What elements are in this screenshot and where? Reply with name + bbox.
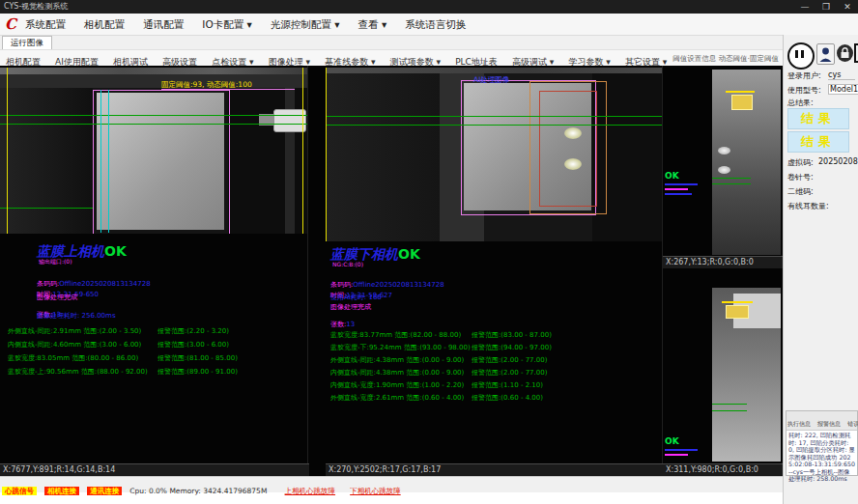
thumb2-info-bar-1	[665, 449, 698, 451]
lower-camera-heartbeat-alert: 下相机心跳故障	[350, 487, 401, 495]
pause-icon	[801, 50, 804, 58]
alarm-range: 报警范围:(2.20 - 3.20)	[157, 326, 229, 336]
log-tab-alarm[interactable]: 报警信息	[817, 420, 841, 427]
left-result-ok: OK	[104, 243, 127, 259]
measure-row: 内侧直线-间距:4.60mm 范围:(3.00 - 6.00)	[8, 340, 141, 350]
baseline-green-1	[0, 115, 307, 116]
measure-row: 蓝胶宽度:83.05mm 范围:(80.00 - 86.00)	[8, 353, 138, 363]
thumb1-image[interactable]	[712, 70, 781, 255]
menu-camera-config[interactable]: 相机配置	[84, 18, 125, 30]
thumb2-image[interactable]	[712, 288, 781, 462]
edge-yellow-line-right	[302, 68, 303, 234]
result-badge-upper: 结果	[787, 108, 849, 129]
measure-row: 蓝胶宽度-上:90.56mm 范围:(88.00 - 92.00)	[8, 367, 148, 377]
app-window: CYS-视觉检测系统 — ❐ ✕ C 系统配置 相机配置 通讯配置 IO卡配置 …	[0, 0, 858, 504]
thumb1-highlight-1	[718, 147, 730, 154]
menu-view[interactable]: 查看 ▾	[358, 18, 387, 30]
left-camera-image[interactable]: 固定阈值:93, 动态阈值:100	[0, 68, 307, 234]
model-label: 使用型号:	[787, 85, 821, 96]
measure-row: 内侧直线-间距:4.38mm 范围:(0.00 - 9.00)	[330, 368, 464, 378]
thumb1-info-bar-2	[665, 188, 688, 190]
maximize-icon[interactable]: ❐	[815, 0, 837, 14]
edge-yellow-line-left	[7, 68, 8, 234]
menu-system-config[interactable]: 系统配置	[25, 18, 66, 30]
thumb2-yellow-dash	[722, 301, 753, 303]
thumb2-info-bar-2	[665, 454, 688, 456]
baseline-green-1	[326, 116, 662, 117]
thumb1-pixel-coords: X:267,Y:13;R:0,G:0,B:0	[663, 256, 786, 268]
left-camera-view[interactable]: 固定阈值:93, 动态阈值:100 蓝膜上相机OK 输出端口:(0) 条码码:O…	[0, 66, 308, 476]
thumb1-yellow-dash	[726, 91, 755, 93]
exit-door-icon	[854, 42, 858, 64]
threshold-info-label: 阈值设置信息 动态阈值·固定阈值	[672, 50, 779, 67]
left-pixel-coords: X:7677,Y:891;R:14,G:14,B:14	[0, 463, 309, 476]
alarm-range: 报警范围:(2.00 - 77.00)	[472, 355, 547, 365]
thumb2-pixel-coords: X:311,Y:980;R:0,G:0,B:0	[663, 463, 786, 476]
menu-comm-config[interactable]: 通讯配置	[143, 18, 184, 30]
close-icon[interactable]: ✕	[837, 0, 858, 14]
menu-light-config[interactable]: 光源控制配置 ▾	[271, 18, 340, 30]
pause-icon	[795, 50, 798, 58]
measure-cyan-line-1	[100, 90, 101, 233]
thumb1-green-line-1	[712, 178, 751, 179]
thumb2-yellow-mark	[726, 305, 749, 319]
right-pixel-coords: X:270,Y:2502;R:17,G:17,B:17	[326, 463, 664, 476]
alarm-range: 报警范围:(89.00 - 91.00)	[157, 367, 238, 377]
connector-part	[273, 109, 306, 132]
right-camera-image[interactable]: AI处理图像	[326, 68, 662, 241]
thumb2-green-line-1	[712, 404, 747, 405]
measure-row: 蓝胶宽度-下:95.24mm 范围:(93.00 - 98.00)	[330, 343, 471, 352]
alarm-range: 报警范围:(3.00 - 6.00)	[157, 340, 229, 350]
machine-top-rail	[0, 68, 307, 74]
minimize-icon[interactable]: —	[794, 0, 815, 14]
pause-button[interactable]	[787, 42, 815, 70]
highlight-spot-2	[564, 158, 582, 170]
alarm-range: 报警范围:(2.00 - 77.00)	[472, 368, 547, 378]
result-badge-lower: 结果	[787, 131, 849, 153]
measure-row: 外侧直线-宽度:2.61mm 范围:(0.60 - 4.00)	[330, 393, 464, 403]
log-text: 耗时: 222, 凹陷检测耗时: 17, 凹陷分类耗时: 0, 凹陷提取分区耗时…	[786, 431, 857, 484]
menu-language-switch[interactable]: 系统语言切换	[405, 18, 466, 30]
thumb-view-1[interactable]: OK X:267,Y:13;R:0,G:0,B:0	[663, 66, 783, 268]
virtual-code-value: 20250208	[818, 157, 858, 166]
window-title: CYS-视觉检测系统	[4, 0, 68, 14]
thumb2-green-line-2	[712, 410, 747, 411]
app-logo: C	[5, 14, 16, 34]
log-tab-error[interactable]: 错误信息	[847, 420, 858, 427]
thumbnail-column: OK X:267,Y:13;R:0,G:0,B:0 OK X:311,Y:	[663, 66, 783, 476]
quantity-label: 有线耳数量:	[787, 201, 829, 211]
menu-io-config[interactable]: IO卡配置 ▾	[202, 18, 251, 30]
thumb2-ok-label: OK	[665, 436, 679, 446]
right-camera-view[interactable]: AI处理图像 蓝膜下相机OK NG:C:B:(0) 条码码:Offline202…	[326, 66, 663, 476]
camera-connect-badge: 相机连接	[44, 487, 79, 495]
exit-button[interactable]	[854, 42, 858, 64]
measure-row: 外侧直线-间距:2.91mm 范围:(2.00 - 3.50)	[8, 326, 141, 336]
right-camera-name: 蓝膜下相机	[330, 246, 398, 262]
log-panel: 执行信息 报警信息 错误信息 耗时: 222, 凹陷检测耗时: 17, 凹陷分类…	[786, 410, 858, 476]
cpu-memory-info: Cpu: 0.0% Memory: 3424.41796875M	[129, 487, 267, 495]
log-tab-strip: 执行信息 报警信息 错误信息	[786, 411, 857, 431]
alarm-range: 报警范围:(83.00 - 87.00)	[472, 330, 552, 340]
right-ai-elapsed-line: 使用AI耗时: 166	[330, 293, 382, 302]
measure-cyan-line-2	[108, 90, 109, 233]
baseline-green-2	[0, 124, 307, 125]
alarm-range: 报警范围:(1.10 - 2.10)	[472, 380, 543, 390]
baseline-green-2	[326, 125, 662, 126]
sidebar: 登录用户: cys 使用型号: Model1 总结果: 结果 结果 虚拟码: 2…	[783, 35, 858, 504]
model-value[interactable]: Model1	[828, 84, 858, 95]
measure-row: 蓝胶宽度:83.77mm 范围:(82.00 - 88.00)	[330, 330, 461, 340]
thumb1-info-bar-3	[665, 193, 692, 195]
tab-run-image[interactable]: 运行图像	[2, 36, 52, 49]
thumb-view-2[interactable]: OK X:311,Y:980;R:0,G:0,B:0	[663, 272, 783, 476]
thumb1-yellow-mark	[731, 95, 753, 110]
measure-row: 内侧直线-宽度:1.90mm 范围:(1.00 - 2.20)	[330, 380, 464, 390]
alarm-range: 报警范围:(81.00 - 85.00)	[157, 353, 238, 363]
login-user-button[interactable]	[816, 43, 835, 65]
log-tab-execution[interactable]: 执行信息	[787, 420, 811, 427]
highlight-spot-1	[564, 127, 582, 139]
ai-image-label: AI处理图像	[473, 75, 509, 85]
login-user-value: cys	[828, 70, 855, 80]
lock-button[interactable]	[837, 44, 853, 62]
status-bar: 心跳信号 相机连接 通讯连接 Cpu: 0.0% Memory: 3424.41…	[0, 476, 783, 492]
menu-bar: C 系统配置 相机配置 通讯配置 IO卡配置 ▾ 光源控制配置 ▾ 查看 ▾ 系…	[0, 14, 858, 36]
